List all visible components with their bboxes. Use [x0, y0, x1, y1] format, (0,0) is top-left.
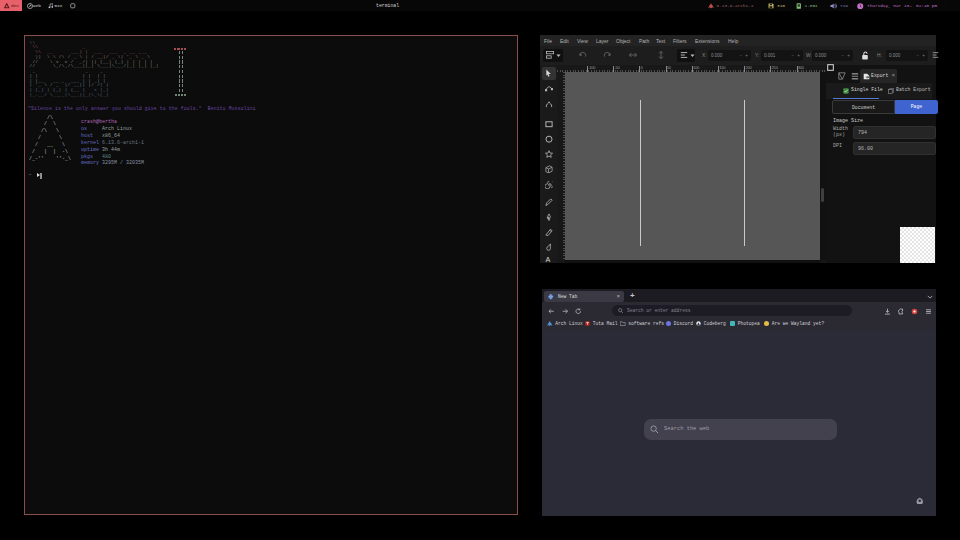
svg-text:A: A — [545, 256, 550, 263]
